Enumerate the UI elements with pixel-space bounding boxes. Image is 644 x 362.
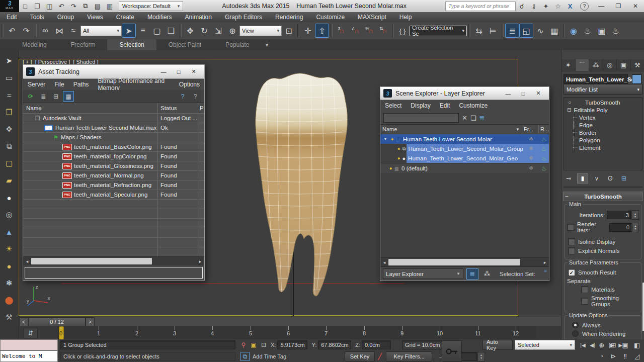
sort-icon[interactable]: ▼ xyxy=(516,127,520,132)
close-button[interactable]: ✕ xyxy=(531,88,546,99)
search-icon[interactable]: ☌ xyxy=(516,1,528,11)
align-icon[interactable]: ⊨ xyxy=(486,24,500,38)
ribbon-overflow-icon[interactable]: ▾ xyxy=(262,39,273,50)
percent-snap-icon[interactable]: %∩ xyxy=(362,24,376,38)
menu-display[interactable]: Display xyxy=(406,102,435,109)
table-row[interactable]: PNGteeth_material_Normal.png Found xyxy=(23,171,204,180)
menu-animation[interactable]: Animation xyxy=(179,12,218,22)
open-file-icon[interactable]: ❒ xyxy=(32,1,43,11)
layer-manager-icon[interactable]: ≣ xyxy=(505,24,519,38)
menu-select[interactable]: Select xyxy=(380,102,406,109)
when-rendering-radio[interactable] xyxy=(572,330,579,337)
show-end-result-icon[interactable]: ∨ xyxy=(592,174,602,183)
zoom-icon[interactable]: ⊕ xyxy=(596,340,608,351)
animate-selection-dropdown[interactable]: Selected ▾ xyxy=(515,340,575,350)
stack-subobject-border[interactable]: Border xyxy=(564,129,642,136)
scrollbar-thumb[interactable] xyxy=(31,258,152,264)
search-input[interactable] xyxy=(383,113,459,123)
sphere-primitive-icon[interactable]: ● xyxy=(3,191,16,204)
scroll-right-icon[interactable]: ▸ xyxy=(541,260,549,265)
column-render[interactable]: R... xyxy=(539,125,549,134)
select-and-scale-icon[interactable]: ⇲ xyxy=(211,24,225,38)
smoothing-groups-checkbox[interactable] xyxy=(581,298,588,305)
menu-bitmap-performance[interactable]: Bitmap Performance and Memory xyxy=(93,77,174,92)
stack-subobject-element[interactable]: Element xyxy=(564,144,642,151)
always-radio[interactable] xyxy=(572,322,579,328)
menu-server[interactable]: Server xyxy=(23,81,50,88)
z-coordinate-field[interactable]: 0.0cm xyxy=(362,340,391,349)
tab-hierarchy-icon[interactable]: ⁂ xyxy=(589,59,603,71)
menu-help[interactable]: Help xyxy=(393,12,419,22)
new-file-icon[interactable]: □ xyxy=(20,1,31,11)
ellipse-primitive-icon[interactable]: ▰ xyxy=(3,174,16,187)
minimize-button[interactable]: — xyxy=(501,88,516,99)
pin-stack-icon[interactable]: ⊸ xyxy=(564,174,574,183)
orbit-icon[interactable]: ‼ xyxy=(619,351,631,362)
time-tag-icon[interactable]: ⧉ xyxy=(240,352,250,361)
render-setup-icon[interactable]: ♨ xyxy=(581,24,595,38)
scroll-left-icon[interactable]: ◂ xyxy=(380,260,388,265)
add-time-tag-label[interactable]: Add Time Tag xyxy=(253,353,286,359)
auto-key-button[interactable]: Auto Key xyxy=(482,340,513,350)
hide-bulb-icon[interactable]: ● xyxy=(397,146,400,151)
torus-primitive-icon[interactable]: ◎ xyxy=(3,208,16,221)
tab-display-icon[interactable]: ▣ xyxy=(617,59,631,71)
explorer-mode-dropdown[interactable]: Layer Explorer ▼ xyxy=(383,268,463,279)
turbosmooth-rollout-header[interactable]: − TurboSmooth xyxy=(563,192,643,201)
go-to-start-icon[interactable]: |◀ xyxy=(578,340,588,349)
object-color-swatch[interactable] xyxy=(632,74,641,84)
menu-file[interactable]: File xyxy=(50,81,68,88)
use-pivot-center-icon[interactable]: ⊡ xyxy=(282,24,296,38)
unlink-selection-icon[interactable]: ⋈ xyxy=(52,24,66,38)
stack-subobject-vertex[interactable]: Vertex xyxy=(564,114,642,121)
minimize-button[interactable]: — xyxy=(156,66,171,77)
tab-selection[interactable]: Selection xyxy=(107,39,156,50)
schematic-view-icon[interactable]: ▦ xyxy=(547,24,561,38)
table-row[interactable]: PNGteeth_material_BaseColor.png Found xyxy=(23,142,204,152)
restore-button[interactable]: ❐ xyxy=(610,1,627,12)
pan-icon[interactable]: ⊳ xyxy=(608,351,620,362)
utility-tool-icon[interactable]: ⚒ xyxy=(3,311,16,324)
menu-maxscript[interactable]: MAXScript xyxy=(351,12,393,22)
collapse-rollout-icon[interactable]: − xyxy=(564,194,570,200)
materials-checkbox[interactable] xyxy=(581,286,588,293)
edit-named-selection-sets-icon[interactable]: { } xyxy=(395,24,410,38)
table-row[interactable]: Human Teeth Lower Second Molar.max Ok xyxy=(23,123,204,133)
renderable-teapot-icon[interactable]: ♨ xyxy=(541,136,547,143)
menu-create[interactable]: Create xyxy=(110,12,141,22)
maximize-button[interactable]: □ xyxy=(516,88,531,99)
select-and-manipulate-icon[interactable]: ✛ xyxy=(301,24,315,38)
cube-primitive-icon[interactable]: ❒ xyxy=(3,106,16,119)
field-of-view-icon[interactable]: ◔ xyxy=(596,351,608,362)
menu-graph-editors[interactable]: Graph Editors xyxy=(218,12,269,22)
communication-center-icon[interactable]: ✦ xyxy=(540,1,552,11)
new-layer-icon[interactable]: ❏ xyxy=(470,114,476,122)
set-key-pen-icon[interactable]: ╱ xyxy=(375,353,385,360)
object-name-field[interactable]: Human_Teeth_Lower_Se xyxy=(564,74,628,84)
table-row[interactable]: PNGteeth_material_fogColor.png Found xyxy=(23,152,204,161)
undo-icon[interactable]: ↶ xyxy=(5,24,19,38)
window-layout-icon[interactable]: ▤ xyxy=(92,1,103,11)
select-and-place-icon[interactable]: ⊕ xyxy=(225,24,239,38)
zoom-all-icon[interactable]: ⊞ xyxy=(608,340,620,351)
scrollbar-thumb[interactable] xyxy=(388,259,520,265)
isoline-display-checkbox[interactable] xyxy=(568,238,575,245)
zoom-extents-icon[interactable]: ▣ xyxy=(619,340,631,351)
rounded-square-icon[interactable]: ▢ xyxy=(3,157,16,170)
time-slider[interactable]: < 0 / 12 > xyxy=(19,317,561,327)
rendered-frame-window-icon[interactable]: ▣ xyxy=(595,24,609,38)
window-crossing-icon[interactable]: ❏ xyxy=(164,24,178,38)
frame-ruler[interactable]: 0 1 2 3 4 5 6 7 8 9 10 11 12 xyxy=(58,326,536,339)
tab-modify-icon[interactable]: ⌒ xyxy=(576,59,590,71)
context-help-icon[interactable]: ? xyxy=(190,91,201,102)
tree-row-group[interactable]: ● ⧉ Human_Teeth_Lower_Second_Molar_Group… xyxy=(380,144,549,153)
horizontal-scrollbar[interactable]: ◂ ▸ xyxy=(380,257,549,266)
previous-frame-arrow[interactable]: < xyxy=(19,317,28,326)
column-p[interactable]: P xyxy=(198,103,204,113)
y-coordinate-field[interactable]: 67.8602cm xyxy=(318,340,351,349)
selection-filter-dropdown[interactable]: All ▾ xyxy=(80,26,122,36)
tab-utilities-icon[interactable]: ⚒ xyxy=(631,59,644,71)
menu-paths[interactable]: Paths xyxy=(69,81,94,88)
table-view-icon[interactable]: ▦ xyxy=(63,91,74,102)
tab-populate[interactable]: Populate xyxy=(213,39,261,50)
